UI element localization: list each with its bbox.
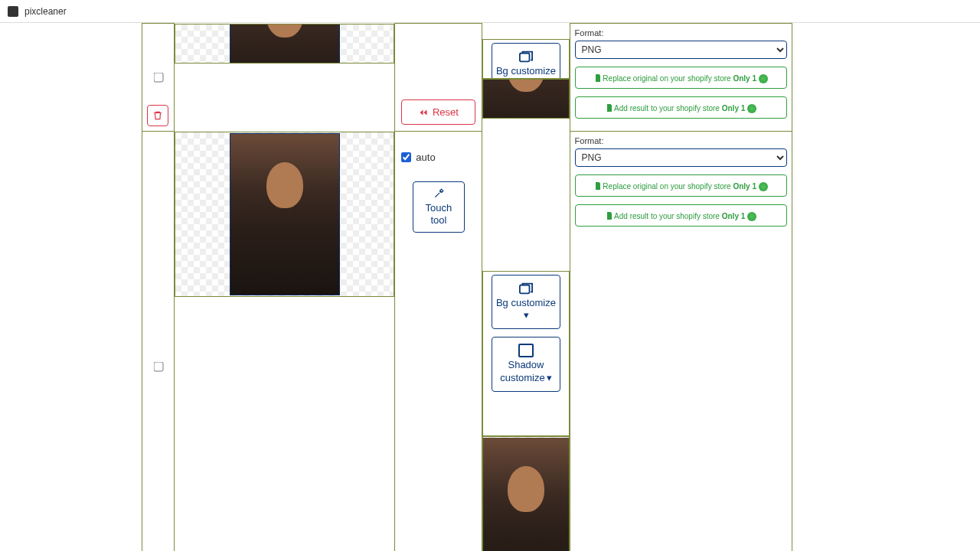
tools-icon (433, 188, 444, 199)
topbar: pixcleaner (0, 0, 980, 23)
row-select-checkbox[interactable] (153, 361, 163, 371)
original-image-cell (175, 24, 394, 64)
add-result-label: Add result to your shopify store (614, 212, 720, 220)
customize-cell: Bg customize▾ Shadow customize▾ (482, 271, 569, 436)
select-cell (142, 24, 175, 132)
shadow-customize-label: Shadow customize (500, 359, 545, 383)
actions-cell: Format: PNG Replace original on your sho… (570, 132, 792, 552)
bg-customize-button[interactable]: Bg customize▾ (492, 43, 560, 79)
image-table: auto Touch tool Reset Bg customize▾ Shad… (142, 23, 881, 551)
format-label: Format: (575, 136, 787, 145)
app-logo (8, 6, 18, 17)
chevron-down-icon: ▾ (524, 309, 529, 322)
replace-original-label: Replace original on your shopify store (603, 182, 730, 191)
result-image-cell (482, 436, 569, 552)
only-1-label: Only 1 (733, 181, 756, 191)
replace-original-button[interactable]: Replace original on your shopify store O… (575, 67, 787, 89)
tools-cell: auto Touch tool Reset (395, 24, 482, 132)
reset-button[interactable]: Reset (401, 99, 475, 125)
shadow-icon (518, 344, 534, 357)
add-result-label: Add result to your shopify store (614, 104, 720, 112)
trash-icon (152, 110, 163, 121)
layers-icon (518, 50, 534, 64)
file-plus-icon (605, 211, 614, 220)
touch-tool-label: Touch tool (418, 202, 459, 226)
replace-original-label: Replace original on your shopify store (603, 74, 730, 83)
auto-label: auto (416, 152, 435, 163)
row-select-checkbox[interactable] (153, 73, 163, 83)
reset-label: Reset (433, 106, 459, 118)
table-row: auto Touch tool Reset Bg customize▾ Shad… (142, 132, 881, 552)
coin-icon (747, 104, 756, 113)
tools-cell: auto Touch tool Reset (395, 132, 482, 552)
add-result-button[interactable]: Add result to your shopify store Only 1 (575, 96, 787, 119)
result-image-cell (482, 79, 569, 119)
format-label: Format: (575, 28, 787, 37)
original-image (230, 24, 340, 64)
only-1-label: Only 1 (722, 211, 746, 221)
coin-icon (747, 212, 756, 221)
original-image (230, 133, 340, 295)
result-image (483, 438, 568, 552)
replace-original-button[interactable]: Replace original on your shopify store O… (575, 174, 787, 197)
shadow-customize-button[interactable]: Shadow customize▾ (492, 337, 560, 392)
svg-rect-0 (520, 53, 530, 61)
file-refresh-icon (593, 73, 603, 83)
format-select[interactable]: PNG (575, 41, 787, 59)
file-plus-icon (605, 103, 614, 112)
select-cell (142, 132, 175, 552)
bg-customize-label: Bg customize (496, 65, 556, 77)
format-select[interactable]: PNG (575, 148, 787, 167)
delete-button[interactable] (147, 105, 168, 126)
only-1-label: Only 1 (722, 103, 746, 113)
rewind-icon (419, 108, 428, 117)
table-row: auto Touch tool Reset Bg customize▾ Shad… (142, 24, 881, 132)
auto-checkbox[interactable] (401, 152, 411, 162)
file-refresh-icon (593, 181, 603, 191)
original-image-cell (175, 132, 394, 297)
bg-customize-button[interactable]: Bg customize▾ (492, 275, 560, 330)
only-1-label: Only 1 (733, 73, 756, 83)
customize-cell: Bg customize▾ Shadow customize▾ (482, 39, 569, 79)
app-name: pixcleaner (24, 6, 67, 17)
touch-tool-button[interactable]: Touch tool (413, 181, 465, 233)
result-image (483, 79, 568, 119)
bg-customize-label: Bg customize (496, 297, 556, 308)
chevron-down-icon: ▾ (547, 372, 552, 385)
add-result-button[interactable]: Add result to your shopify store Only 1 (575, 204, 787, 227)
coin-icon (759, 74, 768, 83)
layers-icon (518, 282, 534, 295)
content-area: auto Touch tool Reset Bg customize▾ Shad… (142, 23, 980, 551)
coin-icon (759, 182, 768, 191)
actions-cell: Format: PNG Replace original on your sho… (570, 24, 792, 132)
svg-rect-1 (520, 285, 530, 293)
